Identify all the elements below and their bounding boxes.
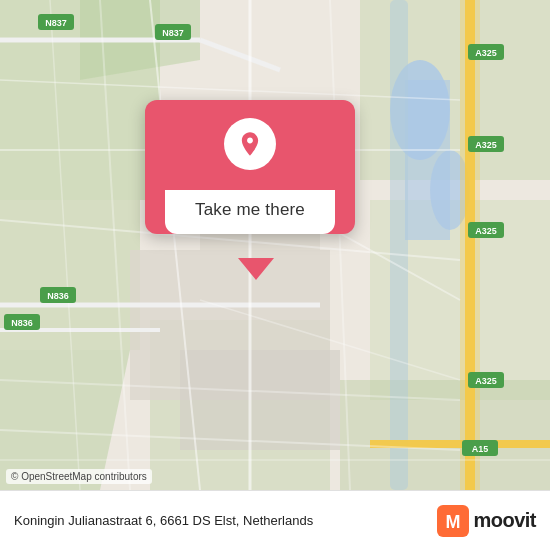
osm-credit: © OpenStreetMap contributors bbox=[6, 469, 152, 484]
popup-button-area[interactable]: Take me there bbox=[165, 190, 335, 234]
bottom-bar: Koningin Julianastraat 6, 6661 DS Elst, … bbox=[0, 490, 550, 550]
svg-rect-17 bbox=[460, 0, 480, 490]
svg-text:N836: N836 bbox=[47, 291, 69, 301]
svg-rect-12 bbox=[390, 0, 408, 490]
moovit-logo: M moovit bbox=[437, 505, 536, 537]
svg-rect-11 bbox=[405, 80, 450, 240]
take-me-there-button[interactable]: Take me there bbox=[195, 200, 305, 220]
popup-card: Take me there bbox=[145, 100, 355, 234]
map-container: N837 N837 A325 A325 A325 A325 A15 N836 N… bbox=[0, 0, 550, 490]
svg-text:N837: N837 bbox=[162, 28, 184, 38]
svg-rect-14 bbox=[180, 350, 340, 450]
svg-text:M: M bbox=[446, 512, 461, 532]
moovit-icon: M bbox=[437, 505, 469, 537]
location-pin-circle bbox=[224, 118, 276, 170]
svg-text:A325: A325 bbox=[475, 226, 497, 236]
svg-text:A325: A325 bbox=[475, 140, 497, 150]
svg-text:A325: A325 bbox=[475, 376, 497, 386]
svg-text:N837: N837 bbox=[45, 18, 67, 28]
moovit-text: moovit bbox=[473, 509, 536, 532]
svg-text:N836: N836 bbox=[11, 318, 33, 328]
popup-tail bbox=[238, 258, 274, 280]
svg-text:A15: A15 bbox=[472, 444, 489, 454]
location-pin-icon bbox=[236, 130, 264, 158]
svg-text:A325: A325 bbox=[475, 48, 497, 58]
address-text: Koningin Julianastraat 6, 6661 DS Elst, … bbox=[14, 513, 437, 528]
